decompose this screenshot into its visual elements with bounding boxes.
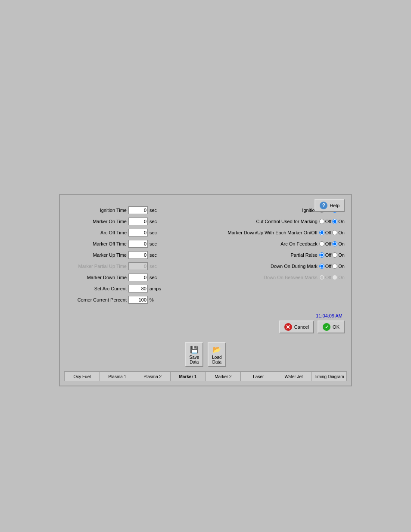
unit-arc_off_time: sec (149, 230, 162, 235)
input-marker_down_time[interactable] (128, 274, 148, 281)
radio-label-down_on_between_marks: Down On Between Marks (171, 275, 318, 280)
help-icon: ? (320, 202, 327, 209)
input-marker_on_time[interactable] (128, 218, 148, 225)
radio-label-arc_on_feedback: Arc On Feedback (171, 241, 318, 246)
radio-group-arc_on_feedback: Off On (319, 241, 345, 246)
help-label: Help (330, 203, 339, 208)
load-icon: 📂 (212, 345, 221, 354)
bottom-area: 11:04:09 AM ✕ Cancel ✓ OK (64, 309, 347, 336)
radio-row-cut_control: Cut Control Used for Marking Off On (171, 217, 345, 226)
radio-off-marker_down_up[interactable] (319, 230, 324, 235)
cancel-button[interactable]: ✕ Cancel (279, 320, 314, 333)
tabs-row: Oxy FuelPlasma 1Plasma 2Marker 1Marker 2… (64, 371, 347, 381)
label-arc_off_time: Arc Off Time (66, 230, 127, 235)
save-label: SaveData (189, 355, 199, 364)
radio-on-down_on_during_mark[interactable] (332, 264, 337, 269)
input-ignition_time[interactable] (128, 206, 148, 214)
radio-off-down_on_between_marks (319, 275, 324, 280)
tab-water-jet[interactable]: Water Jet (276, 372, 311, 381)
field-row-marker_up_time: Marker Up Timesec (66, 250, 162, 260)
label-corner_current_percent: Corner Current Percent (66, 297, 127, 302)
radio-row-arc_on_feedback: Arc On Feedback Off On (171, 239, 345, 249)
unit-set_arc_current: amps (149, 286, 162, 291)
field-row-set_arc_current: Set Arc Currentamps (66, 284, 162, 293)
unit-marker_up_time: sec (149, 252, 162, 258)
radio-on-cut_control[interactable] (332, 219, 337, 224)
tab-laser[interactable]: Laser (240, 372, 276, 381)
input-arc_off_time[interactable] (128, 229, 148, 236)
main-window: ? Help Ignition TimesecMarker On Timesec… (59, 194, 352, 386)
field-row-marker_down_time: Marker Down Timesec (66, 273, 162, 282)
input-marker_up_time[interactable] (128, 251, 148, 259)
radio-label-ignition: Ignition (171, 208, 318, 213)
radio-on-marker_down_up[interactable] (332, 230, 337, 235)
save-icon: 💾 (190, 345, 199, 354)
radio-label-marker_down_up: Marker Down/Up With Each Marker On/Off (171, 230, 318, 235)
radio-off-arc_on_feedback[interactable] (319, 241, 324, 246)
cancel-label: Cancel (294, 324, 309, 330)
left-panel: Ignition TimesecMarker On TimesecArc Off… (66, 205, 162, 305)
unit-marker_down_time: sec (149, 275, 162, 280)
radio-group-partial_raise: Off On (319, 252, 345, 258)
radio-off-partial_raise[interactable] (319, 252, 324, 258)
input-marker_off_time[interactable] (128, 240, 148, 248)
tab-timing-diagram[interactable]: Timing Diagram (311, 372, 347, 381)
save-load-row: 💾 SaveData 📂 LoadData (64, 340, 347, 369)
cancel-icon: ✕ (284, 323, 292, 331)
ok-label: OK (333, 324, 339, 330)
tab-marker-1[interactable]: Marker 1 (170, 372, 206, 381)
radio-group-down_on_between_marks: Off On (319, 275, 345, 280)
input-corner_current_percent[interactable] (128, 296, 148, 304)
field-row-marker_partial_up_time: Marker Partial Up Timesec (66, 261, 162, 271)
radio-on-partial_raise[interactable] (332, 252, 337, 258)
radio-group-cut_control: Off On (319, 219, 345, 224)
radio-row-down_on_during_mark: Down On During Mark Off On (171, 261, 345, 271)
unit-marker_on_time: sec (149, 219, 162, 224)
tab-plasma-1[interactable]: Plasma 1 (100, 372, 135, 381)
tab-oxy-fuel[interactable]: Oxy Fuel (64, 372, 100, 381)
radio-label-cut_control: Cut Control Used for Marking (171, 219, 318, 224)
load-label: LoadData (212, 355, 221, 364)
unit-marker_partial_up_time: sec (149, 264, 162, 269)
tab-marker-2[interactable]: Marker 2 (206, 372, 241, 381)
field-row-marker_off_time: Marker Off Timesec (66, 239, 162, 249)
tab-plasma-2[interactable]: Plasma 2 (135, 372, 170, 381)
label-marker_on_time: Marker On Time (66, 219, 127, 224)
field-row-ignition_time: Ignition Timesec (66, 205, 162, 215)
field-row-arc_off_time: Arc Off Timesec (66, 228, 162, 237)
save-data-button[interactable]: 💾 SaveData (185, 342, 203, 367)
field-row-marker_on_time: Marker On Timesec (66, 217, 162, 226)
unit-ignition_time: sec (149, 208, 162, 213)
radio-off-down_on_during_mark[interactable] (319, 264, 324, 269)
time-display: 11:04:09 AM (279, 313, 345, 318)
label-marker_down_time: Marker Down Time (66, 275, 127, 280)
radio-group-down_on_during_mark: Off On (319, 264, 345, 269)
radio-group-marker_down_up: Off On (319, 230, 345, 235)
label-marker_partial_up_time: Marker Partial Up Time (66, 264, 127, 269)
ok-button[interactable]: ✓ OK (318, 320, 345, 333)
label-marker_off_time: Marker Off Time (66, 241, 127, 246)
ok-icon: ✓ (323, 323, 330, 331)
label-set_arc_current: Set Arc Current (66, 286, 127, 291)
radio-on-down_on_between_marks (332, 275, 337, 280)
radio-row-partial_raise: Partial Raise Off On (171, 250, 345, 260)
input-marker_partial_up_time (128, 262, 148, 270)
field-row-corner_current_percent: Corner Current Percent% (66, 295, 162, 305)
right-panel: Ignition Off OnCut Control Used for Mark… (171, 205, 345, 305)
radio-row-down_on_between_marks: Down On Between Marks Off On (171, 273, 345, 282)
load-data-button[interactable]: 📂 LoadData (208, 342, 226, 367)
help-button[interactable]: ? Help (314, 199, 345, 212)
radio-on-arc_on_feedback[interactable] (332, 241, 337, 246)
label-marker_up_time: Marker Up Time (66, 252, 127, 258)
radio-label-down_on_during_mark: Down On During Mark (171, 264, 318, 269)
unit-corner_current_percent: % (149, 297, 162, 302)
unit-marker_off_time: sec (149, 241, 162, 246)
radio-row-marker_down_up: Marker Down/Up With Each Marker On/Off O… (171, 228, 345, 237)
label-ignition_time: Ignition Time (66, 208, 127, 213)
input-set_arc_current[interactable] (128, 285, 148, 292)
radio-off-cut_control[interactable] (319, 219, 324, 224)
radio-label-partial_raise: Partial Raise (171, 252, 318, 258)
